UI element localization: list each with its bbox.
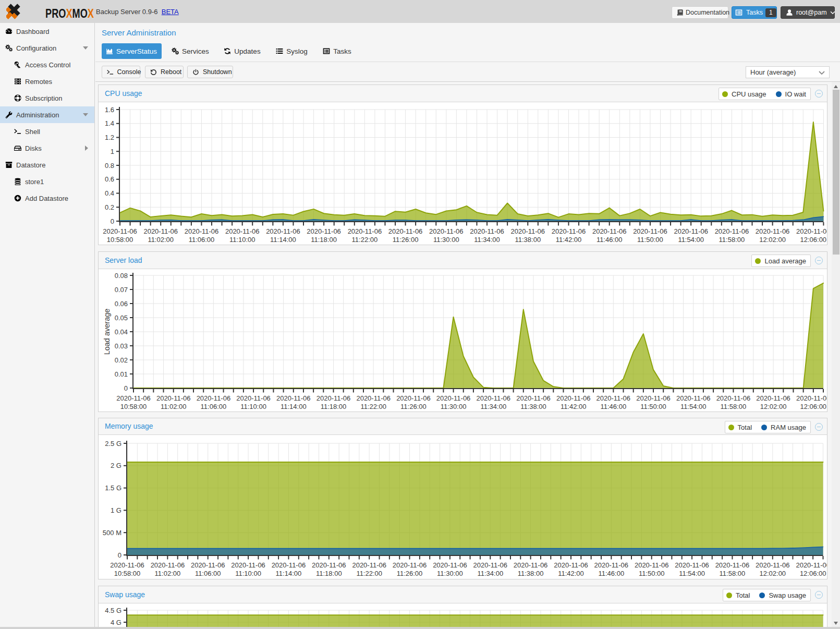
svg-text:2020-11-06: 2020-11-06	[197, 394, 231, 402]
svg-text:11:18:00: 11:18:00	[321, 403, 347, 410]
svg-text:11:22:00: 11:22:00	[356, 570, 382, 577]
svg-text:2020-11-06: 2020-11-06	[307, 227, 341, 235]
svg-text:11:42:00: 11:42:00	[556, 236, 582, 244]
svg-text:12:06:00: 12:06:00	[800, 236, 826, 244]
svg-text:2020-11-06: 2020-11-06	[352, 561, 386, 569]
svg-text:10:58:00: 10:58:00	[114, 570, 141, 577]
svg-text:11:46:00: 11:46:00	[596, 236, 623, 244]
svg-text:2020-11-06: 2020-11-06	[756, 394, 790, 402]
svg-text:11:54:00: 11:54:00	[679, 570, 705, 577]
svg-text:2020-11-06: 2020-11-06	[316, 394, 351, 402]
svg-text:2020-11-06: 2020-11-06	[348, 227, 382, 235]
svg-text:2020-11-06: 2020-11-06	[594, 561, 629, 569]
svg-text:1.5 G: 1.5 G	[105, 484, 121, 492]
svg-text:11:06:00: 11:06:00	[201, 403, 227, 410]
svg-text:0.01: 0.01	[115, 370, 128, 378]
svg-text:11:14:00: 11:14:00	[276, 570, 302, 577]
svg-text:2020-11-06: 2020-11-06	[796, 394, 827, 402]
svg-text:11:30:00: 11:30:00	[437, 570, 463, 577]
svg-text:2020-11-06: 2020-11-06	[433, 561, 467, 569]
svg-text:2020-11-06: 2020-11-06	[143, 227, 178, 235]
svg-text:10:58:00: 10:58:00	[120, 403, 147, 410]
svg-text:2020-11-06: 2020-11-06	[393, 561, 427, 569]
svg-text:0: 0	[124, 384, 128, 392]
svg-text:2020-11-06: 2020-11-06	[676, 394, 711, 402]
svg-text:2020-11-06: 2020-11-06	[236, 394, 271, 402]
svg-text:10:58:00: 10:58:00	[107, 236, 133, 244]
svg-text:11:02:00: 11:02:00	[161, 403, 187, 410]
svg-text:1.2: 1.2	[105, 134, 114, 141]
svg-text:2020-11-06: 2020-11-06	[715, 561, 750, 569]
svg-text:Load average: Load average	[103, 309, 111, 355]
svg-text:1.4: 1.4	[105, 119, 114, 127]
svg-text:11:02:00: 11:02:00	[155, 570, 181, 577]
svg-text:11:54:00: 11:54:00	[678, 236, 704, 244]
svg-text:2020-11-06: 2020-11-06	[554, 561, 588, 569]
svg-text:2020-11-06: 2020-11-06	[477, 394, 511, 402]
svg-text:2020-11-06: 2020-11-06	[552, 227, 586, 235]
svg-text:0: 0	[111, 217, 114, 225]
svg-text:2020-11-06: 2020-11-06	[635, 561, 669, 569]
svg-text:0.07: 0.07	[115, 286, 128, 294]
svg-text:2020-11-06: 2020-11-06	[156, 394, 191, 402]
svg-text:11:30:00: 11:30:00	[433, 236, 459, 244]
svg-text:2020-11-06: 2020-11-06	[110, 561, 144, 569]
svg-text:2020-11-06: 2020-11-06	[266, 227, 300, 235]
svg-text:500 M: 500 M	[103, 529, 121, 537]
svg-text:11:34:00: 11:34:00	[474, 236, 500, 244]
svg-text:11:10:00: 11:10:00	[240, 403, 266, 410]
svg-text:11:58:00: 11:58:00	[719, 236, 745, 244]
svg-text:12:06:00: 12:06:00	[800, 570, 826, 577]
svg-text:11:50:00: 11:50:00	[640, 403, 666, 410]
svg-text:2020-11-06: 2020-11-06	[675, 561, 709, 569]
svg-text:11:50:00: 11:50:00	[639, 570, 665, 577]
svg-text:2020-11-06: 2020-11-06	[514, 561, 548, 569]
svg-text:11:38:00: 11:38:00	[518, 570, 544, 577]
svg-text:4 G: 4 G	[111, 619, 121, 626]
svg-text:2020-11-06: 2020-11-06	[473, 561, 508, 569]
svg-text:11:34:00: 11:34:00	[477, 570, 503, 577]
svg-text:2020-11-06: 2020-11-06	[388, 227, 423, 235]
svg-text:11:18:00: 11:18:00	[316, 570, 342, 577]
svg-text:2020-11-06: 2020-11-06	[185, 227, 219, 235]
svg-text:4.5 G: 4.5 G	[105, 607, 121, 614]
svg-text:2020-11-06: 2020-11-06	[796, 561, 827, 569]
svg-text:2020-11-06: 2020-11-06	[715, 227, 749, 235]
svg-text:11:14:00: 11:14:00	[270, 236, 296, 244]
svg-text:0.8: 0.8	[105, 162, 114, 170]
svg-text:2020-11-06: 2020-11-06	[272, 561, 306, 569]
svg-text:2020-11-06: 2020-11-06	[231, 561, 265, 569]
svg-text:0.04: 0.04	[115, 328, 128, 336]
svg-text:0.02: 0.02	[115, 356, 128, 364]
svg-text:2.5 G: 2.5 G	[105, 440, 121, 447]
svg-text:11:02:00: 11:02:00	[148, 236, 174, 244]
svg-text:2020-11-06: 2020-11-06	[225, 227, 260, 235]
svg-text:11:50:00: 11:50:00	[637, 236, 663, 244]
svg-text:2020-11-06: 2020-11-06	[470, 227, 504, 235]
svg-text:2020-11-06: 2020-11-06	[116, 394, 151, 402]
svg-text:PROXMOX: PROXMOX	[45, 6, 94, 20]
svg-text:0.03: 0.03	[115, 342, 128, 350]
svg-text:11:06:00: 11:06:00	[195, 570, 221, 577]
svg-text:11:10:00: 11:10:00	[229, 236, 255, 244]
svg-text:11:42:00: 11:42:00	[558, 570, 584, 577]
svg-text:11:18:00: 11:18:00	[311, 236, 337, 244]
svg-text:1.6: 1.6	[105, 106, 114, 114]
svg-text:2020-11-06: 2020-11-06	[556, 394, 591, 402]
svg-text:12:02:00: 12:02:00	[760, 403, 787, 410]
svg-text:2020-11-06: 2020-11-06	[436, 394, 471, 402]
svg-text:2020-11-06: 2020-11-06	[636, 394, 671, 402]
svg-text:2020-11-06: 2020-11-06	[756, 227, 790, 235]
svg-text:11:10:00: 11:10:00	[235, 570, 261, 577]
svg-text:2020-11-06: 2020-11-06	[429, 227, 464, 235]
svg-text:11:34:00: 11:34:00	[480, 403, 506, 410]
svg-text:0.05: 0.05	[115, 314, 128, 322]
svg-text:1: 1	[111, 148, 114, 155]
svg-text:11:46:00: 11:46:00	[598, 570, 624, 577]
svg-text:11:26:00: 11:26:00	[393, 236, 419, 244]
svg-text:2020-11-06: 2020-11-06	[191, 561, 225, 569]
svg-text:11:38:00: 11:38:00	[520, 403, 546, 410]
svg-text:2020-11-06: 2020-11-06	[151, 561, 185, 569]
svg-text:2020-11-06: 2020-11-06	[596, 394, 631, 402]
svg-text:2020-11-06: 2020-11-06	[716, 394, 751, 402]
